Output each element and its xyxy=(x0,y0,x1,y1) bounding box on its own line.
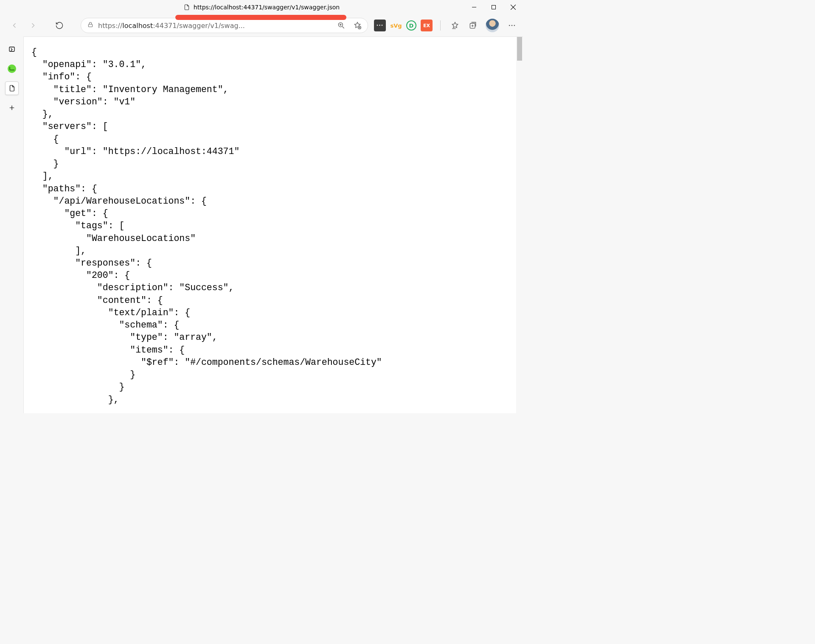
rail-tab-icon[interactable] xyxy=(5,42,19,56)
address-bar[interactable]: https://localhost:44371/swagger/v1/swag.… xyxy=(81,18,368,33)
svg-rect-1 xyxy=(492,6,496,9)
scrollbar-track[interactable] xyxy=(516,37,523,413)
favorite-icon[interactable] xyxy=(351,19,364,32)
address-text: https://localhost:44371/swagger/v1/swag.… xyxy=(98,22,330,30)
svg-point-10 xyxy=(514,25,515,26)
side-rail xyxy=(0,36,24,413)
svg-point-9 xyxy=(511,25,513,26)
window-title-text: https://localhost:44371/swagger/v1/swagg… xyxy=(194,4,340,11)
extensions: ••• sVg D EX xyxy=(374,17,520,34)
rail-add[interactable] xyxy=(5,101,19,115)
favorites-menu-icon[interactable] xyxy=(448,19,462,32)
rail-status-icon[interactable] xyxy=(5,62,19,76)
json-body[interactable]: { "openapi": "3.0.1", "info": { "title":… xyxy=(24,37,523,406)
lock-icon xyxy=(87,21,94,30)
extension-svg[interactable]: sVg xyxy=(390,20,402,31)
collections-icon[interactable] xyxy=(466,19,480,32)
nav-refresh[interactable] xyxy=(51,17,68,34)
svg-point-8 xyxy=(509,25,510,26)
page-content: { "openapi": "3.0.1", "info": { "title":… xyxy=(24,36,523,413)
profile-avatar[interactable] xyxy=(486,19,499,32)
svg-rect-4 xyxy=(88,24,92,27)
nav-forward[interactable] xyxy=(25,17,42,34)
zoom-icon[interactable] xyxy=(334,19,348,32)
more-menu[interactable] xyxy=(503,17,520,34)
nav-back[interactable] xyxy=(6,17,23,34)
separator xyxy=(440,20,441,31)
window-title: https://localhost:44371/swagger/v1/swagg… xyxy=(183,4,340,11)
annotation-highlight xyxy=(175,15,346,20)
extension-d[interactable]: D xyxy=(406,20,416,31)
window-minimize[interactable] xyxy=(464,0,484,14)
window-controls xyxy=(464,0,523,14)
file-icon xyxy=(183,4,190,11)
extension-lastpass[interactable]: ••• xyxy=(374,20,386,31)
window-maximize[interactable] xyxy=(484,0,503,14)
window-titlebar: https://localhost:44371/swagger/v1/swagg… xyxy=(0,0,523,14)
rail-file-icon[interactable] xyxy=(5,81,19,95)
address-actions xyxy=(334,19,364,32)
extension-ex[interactable]: EX xyxy=(421,20,433,31)
window-close[interactable] xyxy=(503,0,523,14)
scrollbar-thumb[interactable] xyxy=(517,37,522,61)
